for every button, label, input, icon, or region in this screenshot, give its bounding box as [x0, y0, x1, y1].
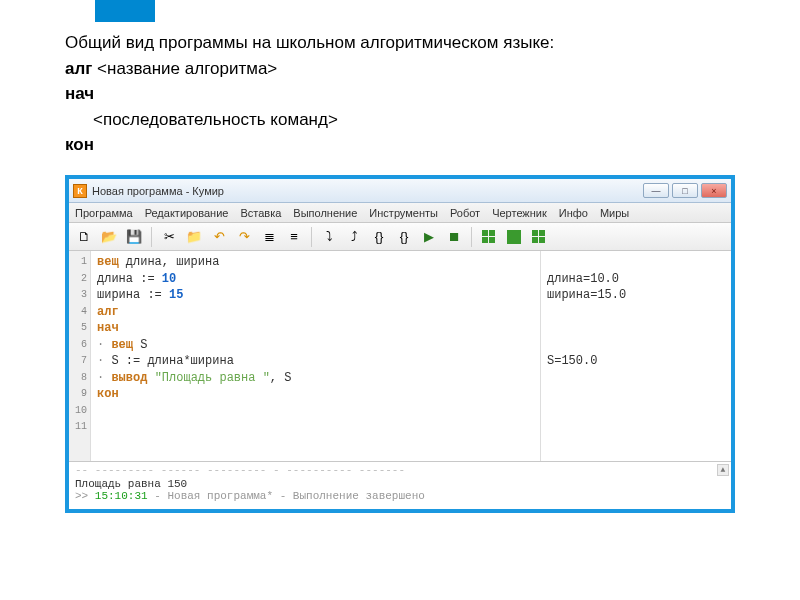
console-status: >> 15:10:31 - Новая программа* - Выполне…: [75, 490, 725, 502]
grid4b-icon[interactable]: [528, 226, 550, 248]
braces2-icon[interactable]: {}: [393, 226, 415, 248]
menu-program[interactable]: Программа: [75, 207, 133, 219]
code-editor[interactable]: вещ длина, ширинадлина := 10ширина := 15…: [91, 251, 541, 461]
intro-title: Общий вид программы на школьном алгоритм…: [65, 30, 760, 56]
maximize-button[interactable]: □: [672, 183, 698, 198]
console-pane: ▲ -- --------- ------ --------- - ------…: [69, 461, 731, 509]
braces-icon[interactable]: {}: [368, 226, 390, 248]
menu-run[interactable]: Выполнение: [293, 207, 357, 219]
kw-nach: нач: [65, 81, 760, 107]
menu-tools[interactable]: Инструменты: [369, 207, 438, 219]
menu-draftsman[interactable]: Чертежник: [492, 207, 547, 219]
app-window: К Новая программа - Кумир — □ × Программ…: [65, 175, 735, 513]
step-into-icon[interactable]: ⤵: [318, 226, 340, 248]
square-icon[interactable]: [503, 226, 525, 248]
grid4-icon[interactable]: [478, 226, 500, 248]
separator: [471, 227, 472, 247]
menu-worlds[interactable]: Миры: [600, 207, 629, 219]
titlebar[interactable]: К Новая программа - Кумир — □ ×: [69, 179, 731, 203]
kw-alg: алг: [65, 59, 92, 78]
step-over-icon[interactable]: ⤴: [343, 226, 365, 248]
app-icon: К: [73, 184, 87, 198]
open-icon[interactable]: 📂: [98, 226, 120, 248]
outdent-icon[interactable]: ≡: [283, 226, 305, 248]
scroll-up-icon[interactable]: ▲: [717, 464, 729, 476]
console-result: Площадь равна 150: [75, 478, 725, 490]
intro-text: Общий вид программы на школьном алгоритм…: [65, 30, 760, 158]
undo-icon[interactable]: ↶: [208, 226, 230, 248]
folder-icon[interactable]: 📁: [183, 226, 205, 248]
toolbar: 🗋 📂 💾 ✂ 📁 ↶ ↷ ≣ ≡ ⤵ ⤴ {} {} ▶ ⏹: [69, 223, 731, 251]
menu-robot[interactable]: Робот: [450, 207, 480, 219]
save-icon[interactable]: 💾: [123, 226, 145, 248]
menubar: Программа Редактирование Вставка Выполне…: [69, 203, 731, 223]
run-icon[interactable]: ▶: [418, 226, 440, 248]
editor-area: 1234567891011 вещ длина, ширинадлина := …: [69, 251, 731, 461]
decorative-bar: [95, 0, 155, 22]
indent-icon[interactable]: ≣: [258, 226, 280, 248]
close-button[interactable]: ×: [701, 183, 727, 198]
window-title: Новая программа - Кумир: [92, 185, 224, 197]
console-faded-line: -- --------- ------ --------- - --------…: [75, 464, 725, 476]
menu-info[interactable]: Инфо: [559, 207, 588, 219]
redo-icon[interactable]: ↷: [233, 226, 255, 248]
cmd-placeholder: <последовательность команд>: [93, 107, 760, 133]
kw-kon: кон: [65, 132, 760, 158]
output-panel: длина=10.0ширина=15.0 S=150.0: [541, 251, 731, 461]
minimize-button[interactable]: —: [643, 183, 669, 198]
line-gutter: 1234567891011: [69, 251, 91, 461]
separator: [151, 227, 152, 247]
menu-insert[interactable]: Вставка: [240, 207, 281, 219]
menu-edit[interactable]: Редактирование: [145, 207, 229, 219]
alg-placeholder: <название алгоритма>: [92, 59, 277, 78]
stop-icon[interactable]: ⏹: [443, 226, 465, 248]
cut-icon[interactable]: ✂: [158, 226, 180, 248]
new-icon[interactable]: 🗋: [73, 226, 95, 248]
separator: [311, 227, 312, 247]
